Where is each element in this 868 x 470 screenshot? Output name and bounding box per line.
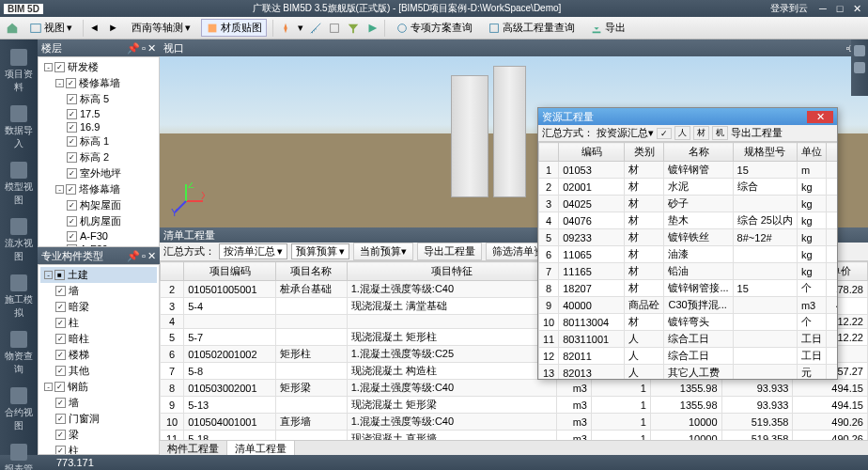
special-plan-query-button[interactable]: 专项方案查询 [391, 19, 477, 37]
table-row[interactable]: 940000商品砼C30预拌混...m34831.7134101981002.3… [539, 297, 838, 314]
table-row[interactable]: 115-18现浇混凝土 直形墙m3110000519.358490.26 [161, 431, 868, 441]
pin-icon[interactable]: 📌 [127, 42, 140, 55]
view-direction-select[interactable]: 西南等轴测▾ [127, 19, 195, 37]
close-button[interactable]: ✕ [807, 111, 833, 123]
pin-icon[interactable]: 📌 [127, 250, 140, 262]
leftbar-item[interactable]: 数据导入 [0, 100, 38, 156]
tree-node[interactable]: ✓17.5 [40, 107, 157, 120]
leftbar-item[interactable]: 模型视图 [0, 156, 38, 212]
resource-window-title[interactable]: 资源工程量 ✕ [538, 108, 837, 125]
dock-icon[interactable]: ▫ [142, 42, 146, 55]
table-row[interactable]: 711165材铅油kg19.4434.6790.8 [539, 263, 838, 280]
tab-bill-qty[interactable]: 清单工程量 [227, 441, 295, 455]
leftbar-item[interactable]: 施工模拟 [0, 269, 38, 325]
table-row[interactable]: 304025材砂子kg683.0440.0427.32 [539, 196, 838, 212]
close-button[interactable]: ✕ [849, 3, 864, 15]
chip-machine[interactable]: 机 [712, 126, 728, 140]
leftbar-item[interactable]: 物资查询 [0, 325, 38, 382]
export-button[interactable]: 导出 [585, 19, 630, 37]
resource-table-grid[interactable]: 编码类别名称规格型号单位工程量单价合价(元)101053材镀锌钢管15m862.… [538, 142, 837, 379]
tree-node[interactable]: ✓标高 1 [40, 133, 157, 149]
tree-node[interactable]: ✓标高 5 [40, 91, 157, 107]
tree-node[interactable]: -✓研发楼 [40, 59, 157, 75]
material-texture-button[interactable]: 材质贴图 [201, 19, 267, 37]
filter-icon[interactable] [347, 22, 360, 35]
svg-text:Y: Y [171, 207, 178, 218]
leftbar-item[interactable]: 项目资料 [0, 43, 38, 100]
tree-node[interactable]: ✓16.9 [40, 120, 157, 133]
table-row[interactable]: 1080113004材镀锌弯头个341.7320.196899.52 [539, 314, 838, 331]
tree-node[interactable]: ✓暗柱 [40, 331, 157, 347]
minimize-button[interactable]: ─ [815, 3, 830, 15]
table-row[interactable]: 95-13现浇混凝土 矩形梁m311355.9893.933494.15 [161, 397, 868, 414]
section-icon[interactable] [328, 22, 341, 35]
dock-icon[interactable]: ▫ [142, 250, 146, 262]
axis-gizmo[interactable]: X Z Y [167, 182, 205, 220]
view-menu[interactable]: 视图▾ [24, 19, 77, 37]
leftbar-item[interactable]: 报表管理 [0, 438, 38, 470]
home-icon[interactable] [6, 22, 19, 35]
svg-rect-4 [490, 24, 499, 32]
chip-labor[interactable]: 人 [674, 126, 690, 140]
panel-icon[interactable] [854, 45, 865, 56]
table-row[interactable]: 8010503002001矩形梁1.混凝土强度等级:C40m311355.989… [161, 380, 868, 397]
maximize-button[interactable]: □ [832, 3, 847, 15]
leftbar-item[interactable]: 流水视图 [0, 212, 38, 269]
resource-export-button[interactable]: 导出工程量 [731, 126, 783, 140]
table-row[interactable]: 202001材水泥综合kg113.2770.3741.91 [539, 179, 838, 196]
user-login[interactable]: 登录到云 [770, 2, 808, 15]
table-row[interactable]: 818207材镀锌钢管接...15个1383.8410.52719.6 [539, 280, 838, 297]
tree-node[interactable]: -✓钢筋 [40, 379, 157, 395]
leftbar-item[interactable]: 合约视图 [0, 382, 38, 438]
title-bar: BIM 5D 广联达 BIM5D 3.5旗舰版(正式版) - [BIM5D项目案… [0, 0, 868, 17]
measure-icon[interactable] [309, 22, 322, 35]
table-row[interactable]: 1180311001人综合工日工日14.5644806990.72 [539, 331, 838, 348]
tree-node[interactable]: ✓标高 2 [40, 149, 157, 165]
tab-component-qty[interactable]: 构件工程量 [160, 441, 227, 455]
tree-node[interactable]: ✓其他 [40, 363, 157, 379]
tree-node[interactable]: -✓楼修幕墙 [40, 75, 157, 91]
type-tree[interactable]: -■土建✓墙✓暗梁✓柱✓暗柱✓楼梯✓其他-✓钢筋✓墙✓门窗洞✓梁✓柱✓暗柱✓其他… [38, 264, 160, 455]
floor-panel-header: 楼层 📌▫✕ [38, 39, 160, 56]
tree-node[interactable]: ✓楼梯 [40, 347, 157, 363]
chip-all[interactable]: ✓ [657, 128, 672, 139]
resource-window[interactable]: 资源工程量 ✕ 汇总方式： 按资源汇总▾ ✓ 人 材 机 导出工程量 编码类别名… [537, 107, 838, 380]
tree-node[interactable]: -✓塔修幕墙 [40, 181, 157, 197]
tree-node[interactable]: ✓机房屋面 [40, 213, 157, 229]
tree-node[interactable]: ✓室外地坪 [40, 165, 157, 181]
export-quantity-button[interactable]: 导出工程量 [417, 243, 482, 260]
play-icon[interactable] [365, 22, 379, 35]
tree-node[interactable]: ✓梁 [40, 427, 157, 443]
back-icon[interactable]: ◄ [89, 22, 102, 35]
forward-icon[interactable]: ► [108, 22, 121, 35]
budget-select[interactable]: 预算预算▾ [291, 243, 349, 259]
summary-mode-select[interactable]: 按清单汇总▾ [219, 243, 287, 259]
right-collapsed-panel[interactable] [851, 39, 868, 96]
table-row[interactable]: 1282011人综合工日工日147.09132.534784.88 [539, 348, 838, 365]
close-icon[interactable]: ✕ [147, 42, 156, 55]
resource-summary-select[interactable]: 按资源汇总▾ [597, 126, 654, 140]
table-row[interactable]: 1382013人其它人工费元67.628167.63 [539, 365, 838, 380]
table-row[interactable]: 101053材镀锌钢管15m862.2593.993440.41 [539, 162, 838, 179]
svg-rect-0 [31, 24, 41, 32]
tree-node[interactable]: ✓暗梁 [40, 299, 157, 315]
floor-tree[interactable]: -✓研发楼-✓楼修幕墙✓标高 5✓17.5✓16.9✓标高 1✓标高 2✓室外地… [38, 56, 160, 247]
tree-node[interactable]: ✓柱 [40, 315, 157, 331]
tree-node[interactable]: -■土建 [40, 267, 157, 283]
table-row[interactable]: 611065材油漆kg11.8357.386.39 [539, 246, 838, 263]
chip-material[interactable]: 材 [693, 126, 709, 140]
table-row[interactable]: 404076材垫木综合 25以内kg262.0590.45117.93 [539, 212, 838, 229]
tree-node[interactable]: ✓墙 [40, 395, 157, 411]
tree-node[interactable]: ✓A-F30 [40, 229, 157, 243]
current-budget-button[interactable]: 当前预算▾ [353, 243, 413, 260]
tree-node[interactable]: ✓构架屋面 [40, 197, 157, 213]
tree-node[interactable]: ✓门窗洞 [40, 411, 157, 427]
tree-node[interactable]: ✓柱 [40, 443, 157, 455]
panel-icon[interactable] [854, 62, 865, 73]
advanced-query-button[interactable]: 高级工程量查询 [483, 19, 580, 37]
close-icon[interactable]: ✕ [147, 250, 156, 262]
pin-icon[interactable] [279, 22, 292, 35]
table-row[interactable]: 10010504001001直形墙1.混凝土强度等级:C40m311000051… [161, 414, 868, 431]
table-row[interactable]: 509233材镀锌铁丝8#~12#kg11.8353.8545.56 [539, 229, 838, 246]
tree-node[interactable]: ✓墙 [40, 283, 157, 299]
